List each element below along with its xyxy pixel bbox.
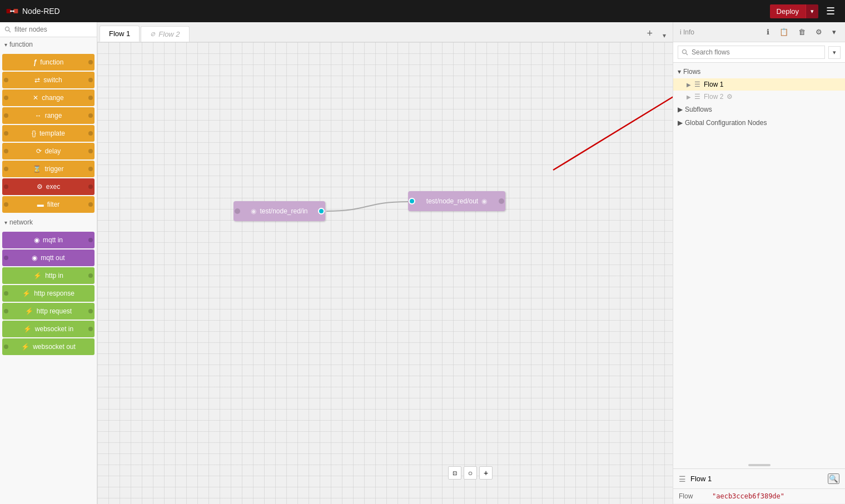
node-body-mqtt-out: ◉ mqtt out xyxy=(10,249,87,266)
panel-dropdown-button[interactable]: ▾ xyxy=(828,26,841,38)
node-item-websocket-out[interactable]: ⚡ websocket out xyxy=(2,338,95,355)
zoom-reset-button[interactable]: ○ xyxy=(464,466,477,480)
port-right-template xyxy=(87,125,95,142)
deploy-dropdown-button[interactable]: ▾ xyxy=(806,4,818,18)
chevron-down-icon: ▾ xyxy=(4,42,7,48)
node-label-filter: filter xyxy=(47,201,60,208)
search-flows-input[interactable] xyxy=(678,46,825,59)
node-palette: ▾ function ƒ function ⇄ xyxy=(0,22,97,504)
main-layout: ▾ function ƒ function ⇄ xyxy=(0,22,845,504)
canvas-node-in[interactable]: ◉ test/node_red/in xyxy=(233,201,325,221)
tree-flow1-expand: ▶ xyxy=(687,82,691,88)
port-left-switch xyxy=(2,72,10,88)
node-item-mqtt-in[interactable]: ◉ mqtt in xyxy=(2,232,95,248)
category-function-header[interactable]: ▾ function xyxy=(0,37,97,52)
panel-settings-button[interactable]: ⚙ xyxy=(811,26,827,38)
node-body-mqtt-in: ◉ mqtt in xyxy=(10,232,87,248)
websocket-in-icon: ⚡ xyxy=(23,325,32,333)
port-left-mqtt-out xyxy=(2,249,10,266)
panel-spacer xyxy=(673,132,845,462)
node-item-http-request[interactable]: ⚡ http request xyxy=(2,303,95,320)
subflows-section-header[interactable]: ▶ Subflows xyxy=(673,103,845,116)
panel-info-button[interactable]: ℹ xyxy=(762,26,774,38)
node-item-exec[interactable]: ⚙ exec xyxy=(2,178,95,195)
node-label-mqtt-out: mqtt out xyxy=(41,254,64,262)
node-item-switch[interactable]: ⇄ switch xyxy=(2,72,95,88)
panel-toolbar-buttons: ℹ 📋 🗑 ⚙ ▾ xyxy=(762,26,841,38)
svg-point-3 xyxy=(10,10,12,12)
zoom-fit-button[interactable]: ⊡ xyxy=(448,466,461,480)
right-panel-bottom: ☰ Flow 1 🔍 Flow "aecb3cceb6f389de" xyxy=(673,468,845,504)
category-network-header[interactable]: ▾ network xyxy=(0,215,97,229)
app-title: Node-RED xyxy=(22,7,60,16)
node-item-mqtt-out[interactable]: ◉ mqtt out xyxy=(2,249,95,266)
right-panel: i Info ℹ 📋 🗑 ⚙ ▾ ▾ ▾ Flows ▶ ☰ xyxy=(673,22,845,504)
node-item-trigger[interactable]: ⌛ trigger xyxy=(2,161,95,177)
flow-canvas[interactable]: ◉ test/node_red/in test/node_red/out ◉ xyxy=(97,42,673,504)
info-label-flow: Flow xyxy=(679,492,712,500)
logo: Node-RED xyxy=(6,4,60,18)
tab-dropdown-button[interactable]: ▾ xyxy=(658,29,670,42)
flows-tree: ▾ Flows ▶ ☰ Flow 1 ▶ ☰ Flow 2 ⚙ ▶ Subflo… xyxy=(673,63,845,132)
port-left-trigger xyxy=(2,161,10,177)
node-label-range: range xyxy=(45,112,62,119)
filter-nodes-input[interactable] xyxy=(0,22,97,37)
panel-clipboard-button[interactable]: 📋 xyxy=(775,26,793,38)
port-right-http-response xyxy=(87,285,95,302)
global-config-section-header[interactable]: ▶ Global Configuration Nodes xyxy=(673,116,845,129)
node-item-change[interactable]: ✕ change xyxy=(2,89,95,106)
add-tab-button[interactable]: + xyxy=(642,26,657,42)
bottom-panel-title: Flow 1 xyxy=(690,475,712,483)
flows-section-header[interactable]: ▾ Flows xyxy=(673,65,845,78)
node-item-websocket-in[interactable]: ⚡ websocket in xyxy=(2,321,95,337)
port-right-mqtt-out xyxy=(87,249,95,266)
node-item-template[interactable]: {} template xyxy=(2,125,95,142)
change-icon: ✕ xyxy=(33,94,38,102)
node-label-http-in: http in xyxy=(45,272,63,280)
hamburger-menu-button[interactable]: ☰ xyxy=(822,3,839,19)
tab-flow2[interactable]: ⊘ Flow 2 xyxy=(141,26,189,42)
search-dropdown-button[interactable]: ▾ xyxy=(828,46,841,59)
node-item-http-in[interactable]: ⚡ http in xyxy=(2,267,95,284)
port-right-change xyxy=(87,89,95,106)
mqtt-out-icon: ◉ xyxy=(32,254,37,262)
port-right-range xyxy=(87,107,95,124)
port-right-mqtt-in xyxy=(87,232,95,248)
info-value-flow: "aecb3cceb6f389de" xyxy=(712,492,784,500)
zoom-in-button[interactable]: + xyxy=(479,466,493,480)
port-left-delay xyxy=(2,143,10,159)
tree-item-flow2[interactable]: ▶ ☰ Flow 2 ⚙ xyxy=(673,91,845,103)
node-item-http-response[interactable]: ⚡ http response xyxy=(2,285,95,302)
port-left-http-response xyxy=(2,285,10,302)
port-right-http-request xyxy=(87,303,95,320)
flow1-icon: ☰ xyxy=(694,81,700,88)
tree-flow2-expand: ▶ xyxy=(687,94,691,100)
canvas-node-out[interactable]: test/node_red/out ◉ xyxy=(408,191,505,211)
node-label-template: template xyxy=(39,129,65,137)
port-right-function xyxy=(87,54,95,71)
node-out-label: test/node_red/out xyxy=(426,197,478,205)
tab-flow1[interactable]: Flow 1 xyxy=(100,26,140,42)
port-left-websocket-in xyxy=(2,321,10,337)
scrollbar-area xyxy=(673,462,845,468)
node-item-delay[interactable]: ⟳ delay xyxy=(2,143,95,159)
chevron-right-flows: ▾ xyxy=(678,68,681,76)
node-out-left-port xyxy=(408,191,416,211)
node-in-left-dot xyxy=(235,208,240,214)
node-body-http-request: ⚡ http request xyxy=(10,303,87,320)
canvas-area: Flow 1 ⊘ Flow 2 + ▾ xyxy=(97,22,673,504)
topbar: Node-RED Deploy ▾ ☰ xyxy=(0,0,845,22)
node-item-filter[interactable]: ▬ filter xyxy=(2,196,95,213)
port-left-filter xyxy=(2,196,10,213)
tree-item-flow1[interactable]: ▶ ☰ Flow 1 xyxy=(673,78,845,91)
panel-delete-button[interactable]: 🗑 xyxy=(794,26,810,38)
port-right-http-in xyxy=(87,267,95,284)
node-item-range[interactable]: ↔ range xyxy=(2,107,95,124)
port-right-delay xyxy=(87,143,95,159)
trigger-icon: ⌛ xyxy=(33,165,41,173)
node-item-function[interactable]: ƒ function xyxy=(2,54,95,71)
node-body-websocket-in: ⚡ websocket in xyxy=(10,321,87,337)
bottom-search-button[interactable]: 🔍 xyxy=(828,473,839,484)
deploy-button[interactable]: Deploy xyxy=(770,4,806,18)
flow2-disabled-icon: ⊘ xyxy=(150,31,155,38)
